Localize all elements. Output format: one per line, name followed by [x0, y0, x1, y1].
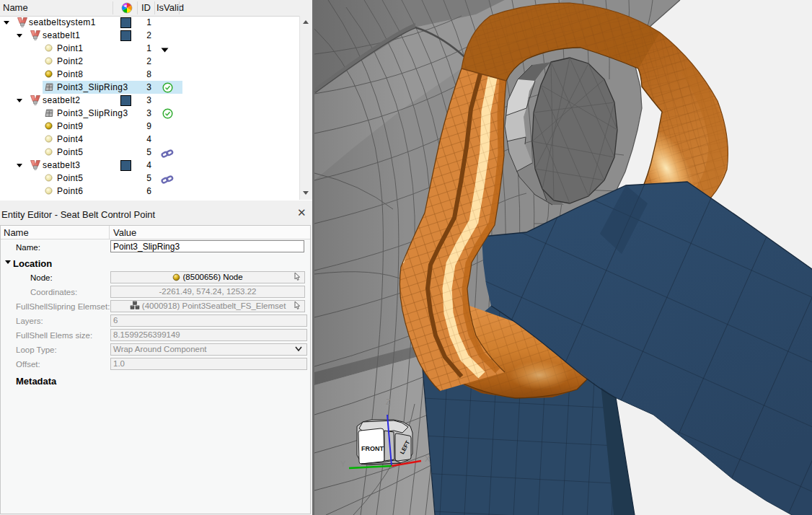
svg-text:Y: Y [340, 459, 346, 468]
svg-text:Z: Z [386, 397, 391, 406]
svg-text:X: X [425, 454, 431, 463]
svg-text:FRONT: FRONT [361, 445, 384, 452]
